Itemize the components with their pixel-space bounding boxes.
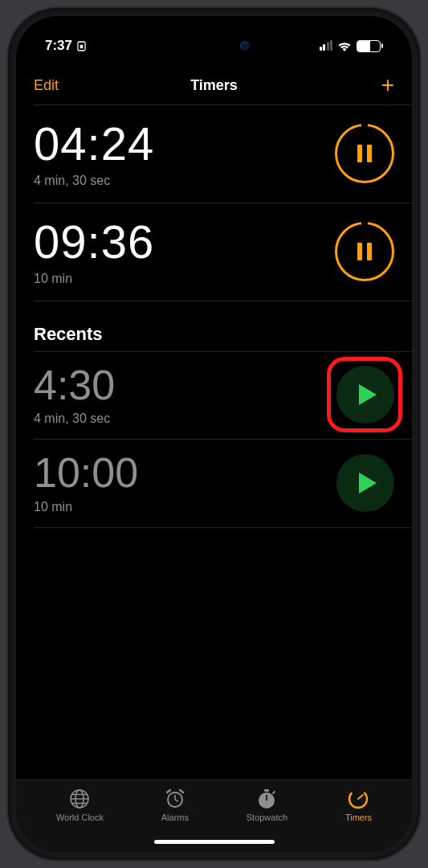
recent-duration: 10:00: [34, 451, 138, 495]
tab-label: Stopwatch: [247, 813, 287, 822]
tab-label: Timers: [345, 813, 372, 822]
svg-rect-15: [264, 789, 269, 792]
recent-duration: 4:30: [34, 363, 115, 407]
tab-label: Alarms: [161, 813, 189, 822]
tab-world-clock[interactable]: World Clock: [56, 788, 104, 822]
svg-line-16: [273, 792, 275, 793]
recent-label: 4 min, 30 sec: [34, 411, 115, 426]
timer-label: 4 min, 30 sec: [34, 174, 154, 188]
divider: [34, 527, 412, 528]
nav-bar: Edit Timers +: [16, 64, 412, 104]
svg-line-11: [167, 790, 170, 792]
page-title: Timers: [190, 77, 238, 94]
timer-text: 04:24 4 min, 30 sec: [34, 120, 154, 188]
pause-icon: [357, 243, 372, 260]
svg-rect-1: [80, 44, 84, 48]
annotation-highlight: [327, 357, 402, 432]
battery-level: 58: [364, 42, 373, 51]
recent-timer-row[interactable]: 4:30 4 min, 30 sec: [16, 352, 412, 440]
stopwatch-icon: [255, 788, 278, 809]
recent-timer-row[interactable]: 10:00 10 min: [16, 440, 412, 527]
tab-stopwatch[interactable]: Stopwatch: [247, 788, 287, 822]
active-timer-row[interactable]: 09:36 10 min: [16, 203, 412, 301]
svg-line-12: [180, 790, 183, 792]
content-area: 04:24 4 min, 30 sec 09:36 10 min: [16, 104, 412, 780]
status-time: 7:37: [45, 38, 86, 54]
timer-remaining: 09:36: [34, 218, 154, 267]
pause-button[interactable]: [335, 222, 394, 281]
timer-icon: [347, 788, 369, 809]
pause-icon: [357, 145, 372, 162]
svg-line-18: [358, 795, 363, 799]
cellular-signal-icon: [320, 41, 333, 51]
status-right: 58: [320, 40, 384, 52]
status-time-text: 7:37: [45, 38, 72, 54]
dynamic-island: [158, 31, 271, 61]
timer-text: 4:30 4 min, 30 sec: [34, 363, 115, 427]
tab-label: World Clock: [56, 813, 104, 822]
timer-text: 10:00 10 min: [34, 451, 138, 514]
pause-button[interactable]: [335, 124, 394, 183]
edit-button[interactable]: Edit: [34, 77, 59, 94]
add-timer-button[interactable]: +: [381, 74, 394, 96]
recents-header: Recents: [16, 301, 412, 351]
globe-icon: [68, 788, 91, 809]
start-button[interactable]: [336, 454, 394, 512]
wifi-icon: [337, 41, 352, 51]
recent-label: 10 min: [34, 500, 138, 514]
orientation-lock-icon: [77, 41, 86, 51]
active-timer-row[interactable]: 04:24 4 min, 30 sec: [16, 105, 412, 203]
phone-frame: 7:37 58 Edit Timers + 04:24: [8, 8, 420, 860]
tab-timers[interactable]: Timers: [345, 788, 372, 822]
play-icon: [359, 473, 377, 493]
alarm-icon: [164, 788, 186, 809]
phone-screen: 7:37 58 Edit Timers + 04:24: [16, 16, 412, 852]
timer-text: 09:36 10 min: [34, 218, 154, 286]
tab-alarms[interactable]: Alarms: [161, 788, 189, 822]
battery-icon: 58: [357, 40, 383, 52]
timer-remaining: 04:24: [34, 120, 154, 169]
home-indicator[interactable]: [154, 840, 275, 844]
timer-label: 10 min: [34, 272, 154, 286]
